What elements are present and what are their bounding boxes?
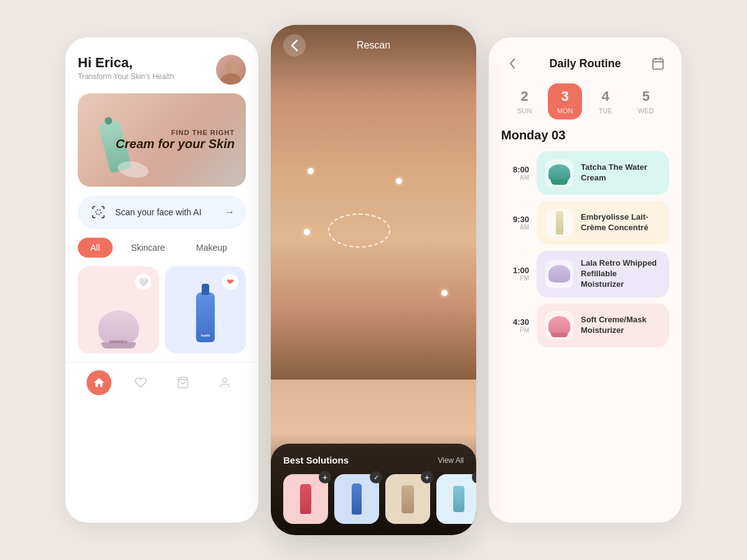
- svg-point-1: [221, 73, 241, 85]
- solution-product-4[interactable]: +: [436, 474, 476, 524]
- product-name-2: Embryolisse Lait-Crème Concentré: [581, 212, 660, 233]
- cal-day-wed[interactable]: 5 WED: [629, 83, 663, 119]
- routine-item-1: 8:00 AM Tatcha The Water Cream: [501, 151, 669, 195]
- nav-favorites[interactable]: [128, 370, 153, 395]
- product-card-shiseido[interactable]: 🤍 SHISEIDO: [78, 266, 159, 353]
- purple-jar-shape: [548, 265, 570, 282]
- routine-card-4[interactable]: Soft Creme/Mask Moisturizer: [537, 304, 669, 347]
- nav-profile[interactable]: [212, 370, 237, 395]
- routine-title: Daily Routine: [524, 57, 647, 70]
- product-thumb-3: [545, 260, 573, 288]
- scan-face-button[interactable]: Scan your face with AI →: [78, 195, 246, 229]
- time-label-2: 9:30 AM: [501, 215, 529, 231]
- check-badge-2[interactable]: ✓: [370, 471, 382, 483]
- routine-header: Daily Routine: [501, 52, 669, 75]
- rescan-title: Rescan: [357, 40, 390, 51]
- add-badge-4[interactable]: +: [472, 471, 476, 483]
- solution-product-2-image: [352, 483, 362, 515]
- filter-tabs: All Skincare Makeup: [78, 238, 246, 258]
- scan-header: Rescan: [283, 40, 464, 51]
- scan-dot-2: [304, 229, 310, 235]
- product-thumb-1: [545, 159, 573, 187]
- nav-bag[interactable]: [171, 370, 195, 395]
- pink-jar-shape: [548, 316, 570, 335]
- time-label-4: 4:30 PM: [501, 317, 529, 334]
- scan-dot-1: [308, 168, 314, 174]
- avatar[interactable]: [216, 55, 246, 85]
- routine-item-2: 9:30 AM Embryolisse Lait-Crème Concentré: [501, 201, 669, 245]
- heart-icon-2[interactable]: ❤: [222, 274, 238, 290]
- routine-item-4: 4:30 PM Soft Creme/Mask Moisturizer: [501, 304, 669, 347]
- shiseido-image: SHISEIDO: [98, 310, 139, 345]
- face-image-bg: [271, 25, 476, 380]
- yellow-tube-shape: [556, 211, 563, 235]
- filter-all[interactable]: All: [78, 238, 113, 258]
- hero-find-text: FIND THE RIGHT: [116, 129, 235, 136]
- back-routine-button[interactable]: [501, 52, 524, 75]
- routine-item-3: 1:00 PM Lala Retro Whipped Refillable Mo…: [501, 251, 669, 297]
- product-name-4: Soft Creme/Mask Moisturizer: [581, 315, 660, 336]
- solution-product-4-image: [453, 486, 464, 512]
- routine-card-3[interactable]: Lala Retro Whipped Refillable Moisturize…: [537, 251, 669, 297]
- hero-big-text: Cream for your Skin: [116, 136, 235, 151]
- add-badge-1[interactable]: +: [319, 471, 331, 483]
- solution-product-1-image: [300, 484, 311, 514]
- heart-icon-1[interactable]: 🤍: [135, 274, 151, 290]
- hero-text-block: FIND THE RIGHT Cream for your Skin: [116, 129, 235, 151]
- hero-banner[interactable]: FIND THE RIGHT Cream for your Skin: [78, 93, 246, 187]
- filter-makeup[interactable]: Makeup: [184, 238, 240, 258]
- cal-day-sun[interactable]: 2 SUN: [507, 83, 542, 119]
- daily-routine-panel: Daily Routine 2 SUN 3 MON 4 TUE 5 WED M: [489, 37, 682, 523]
- calendar-row: 2 SUN 3 MON 4 TUE 5 WED: [501, 83, 669, 119]
- cal-day-mon[interactable]: 3 MON: [548, 83, 582, 119]
- scan-arrow-icon: →: [225, 207, 235, 218]
- solutions-header: Best Solutions View All: [283, 455, 464, 465]
- home-header: Hi Erica, Transform Your Skin's Health: [78, 55, 246, 85]
- routine-card-2[interactable]: Embryolisse Lait-Crème Concentré: [537, 201, 669, 245]
- solutions-product-list: + ✓ + +: [283, 474, 464, 524]
- view-all-link[interactable]: View All: [438, 456, 464, 465]
- solution-product-1[interactable]: +: [283, 474, 328, 524]
- face-background: Rescan Best Solutions View All + ✓ +: [271, 25, 476, 535]
- product-name-3: Lala Retro Whipped Refillable Moisturize…: [581, 258, 660, 290]
- solutions-title: Best Solutions: [283, 455, 349, 465]
- add-badge-3[interactable]: +: [421, 471, 433, 483]
- bottom-nav: [65, 362, 258, 408]
- time-label-1: 8:00 AM: [501, 165, 529, 181]
- time-label-3: 1:00 PM: [501, 266, 529, 282]
- home-screen-panel: Hi Erica, Transform Your Skin's Health F…: [65, 37, 258, 523]
- greeting-block: Hi Erica, Transform Your Skin's Health: [78, 55, 174, 81]
- product-grid: 🤍 SHISEIDO ❤ hustle: [78, 266, 246, 353]
- scan-button-label: Scan your face with AI: [115, 207, 217, 217]
- face-scan-panel: Rescan Best Solutions View All + ✓ +: [271, 25, 476, 535]
- filter-skincare[interactable]: Skincare: [119, 238, 177, 258]
- teal-jar-shape: [548, 164, 570, 182]
- cal-day-tue[interactable]: 4 TUE: [588, 83, 622, 119]
- scan-face-icon: [89, 203, 108, 222]
- svg-point-0: [225, 61, 237, 73]
- svg-rect-5: [653, 59, 664, 70]
- svg-point-2: [96, 210, 101, 215]
- product-name-1: Tatcha The Water Cream: [581, 162, 660, 184]
- routine-list: 8:00 AM Tatcha The Water Cream 9:30 AM E…: [501, 151, 669, 347]
- solution-product-2[interactable]: ✓: [334, 474, 379, 524]
- greeting-title: Hi Erica,: [78, 55, 174, 71]
- back-button[interactable]: [283, 34, 306, 57]
- routine-card-1[interactable]: Tatcha The Water Cream: [537, 151, 669, 195]
- date-heading: Monday 03: [501, 128, 669, 142]
- solution-product-3-image: [402, 485, 414, 513]
- product-thumb-4: [545, 311, 573, 339]
- solution-product-3[interactable]: +: [385, 474, 430, 524]
- nav-home[interactable]: [87, 370, 111, 395]
- svg-point-4: [223, 378, 227, 383]
- best-solutions-panel: Best Solutions View All + ✓ + +: [271, 444, 476, 535]
- product-thumb-2: [545, 209, 573, 237]
- product-card-hustle[interactable]: ❤ hustle: [165, 266, 246, 353]
- calendar-icon-btn[interactable]: [647, 52, 669, 75]
- greeting-subtitle: Transform Your Skin's Health: [78, 72, 174, 81]
